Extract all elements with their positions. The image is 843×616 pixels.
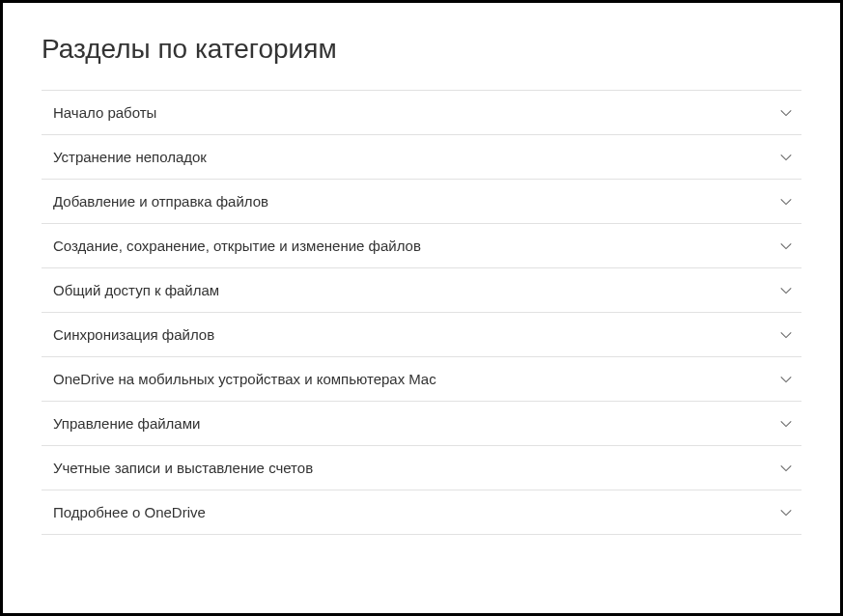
category-accordion-list: Начало работы Устранение неполадок Добав… <box>42 90 801 535</box>
chevron-down-icon <box>778 283 794 298</box>
accordion-item-label: Общий доступ к файлам <box>53 282 219 298</box>
accordion-item-accounts-billing[interactable]: Учетные записи и выставление счетов <box>42 445 801 490</box>
accordion-item-add-send-files[interactable]: Добавление и отправка файлов <box>42 179 801 223</box>
chevron-down-icon <box>778 150 794 165</box>
accordion-item-label: Устранение неполадок <box>53 149 207 165</box>
accordion-item-label: Управление файлами <box>53 415 200 432</box>
accordion-item-share-files[interactable]: Общий доступ к файлам <box>42 267 801 312</box>
accordion-item-create-save-open-edit[interactable]: Создание, сохранение, открытие и изменен… <box>42 223 801 267</box>
accordion-item-mobile-mac[interactable]: OneDrive на мобильных устройствах и комп… <box>42 356 801 401</box>
chevron-down-icon <box>778 327 794 343</box>
accordion-item-label: OneDrive на мобильных устройствах и комп… <box>53 371 436 387</box>
chevron-down-icon <box>778 194 794 210</box>
accordion-item-label: Синхронизация файлов <box>53 326 214 343</box>
accordion-item-label: Создание, сохранение, открытие и изменен… <box>53 238 421 254</box>
accordion-item-getting-started[interactable]: Начало работы <box>42 90 801 134</box>
accordion-item-troubleshooting[interactable]: Устранение неполадок <box>42 134 801 179</box>
accordion-item-label: Начало работы <box>53 104 156 121</box>
accordion-item-label: Добавление и отправка файлов <box>53 193 268 210</box>
accordion-item-sync-files[interactable]: Синхронизация файлов <box>42 312 801 356</box>
chevron-down-icon <box>778 461 794 476</box>
chevron-down-icon <box>778 105 794 121</box>
chevron-down-icon <box>778 372 794 387</box>
accordion-item-manage-files[interactable]: Управление файлами <box>42 401 801 445</box>
chevron-down-icon <box>778 505 794 520</box>
accordion-item-label: Подробнее о OneDrive <box>53 504 206 520</box>
chevron-down-icon <box>778 416 794 432</box>
chevron-down-icon <box>778 238 794 254</box>
page-title: Разделы по категориям <box>42 34 801 65</box>
page-container: Разделы по категориям Начало работы Устр… <box>3 3 840 613</box>
accordion-item-label: Учетные записи и выставление счетов <box>53 460 313 476</box>
accordion-item-more-onedrive[interactable]: Подробнее о OneDrive <box>42 490 801 535</box>
